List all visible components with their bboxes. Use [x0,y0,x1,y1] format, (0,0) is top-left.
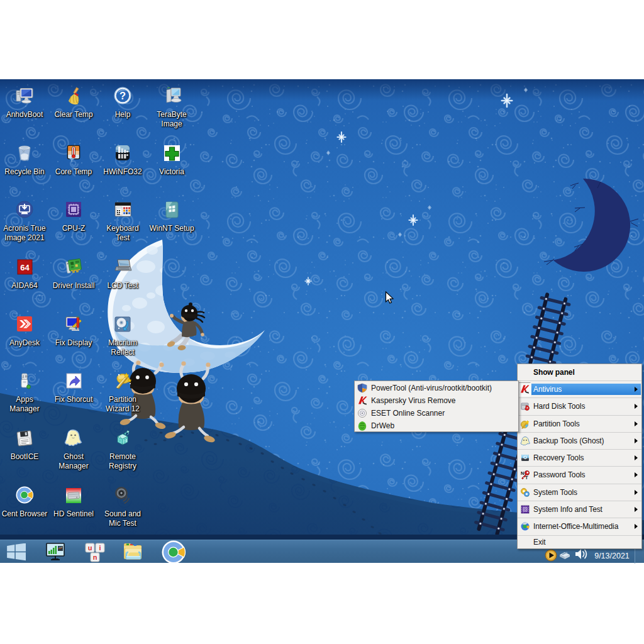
svg-text:i: i [99,544,101,552]
svg-text:n: n [93,553,97,561]
svg-text:?: ? [119,90,126,101]
svg-text:u: u [88,544,92,552]
svg-text:T: T [525,475,528,480]
svg-text:N: N [521,470,524,476]
svg-text:64: 64 [20,263,30,272]
